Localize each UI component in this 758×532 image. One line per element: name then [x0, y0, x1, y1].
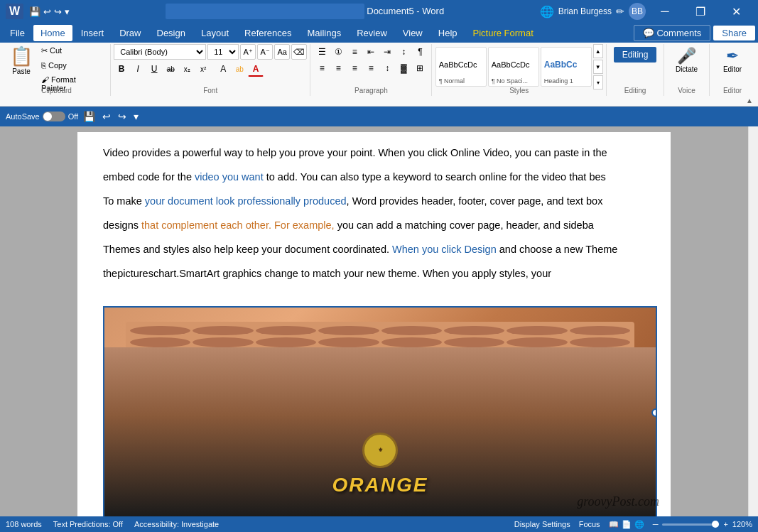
style-no-spacing[interactable]: AaBbCcDc ¶ No Spaci...	[488, 47, 539, 87]
align-center-button[interactable]: ≡	[330, 60, 346, 76]
save-icon[interactable]: 💾	[29, 6, 40, 17]
menu-home[interactable]: Home	[33, 25, 72, 41]
font-color-button[interactable]: A	[248, 61, 264, 77]
style-heading1[interactable]: AaBbCc Heading 1	[541, 47, 592, 87]
font-grow-button[interactable]: A⁺	[240, 44, 256, 60]
font-case-button[interactable]: Aa	[274, 44, 290, 60]
style-normal[interactable]: AaBbCcDc ¶ Normal	[435, 47, 487, 87]
paste-button[interactable]: 📋 Paste	[7, 44, 36, 77]
font-shrink-button[interactable]: A⁻	[257, 44, 273, 60]
align-left-button[interactable]: ≡	[314, 60, 330, 76]
title-search-input[interactable]	[166, 4, 364, 19]
watermark-text: groovyPost.com	[577, 494, 659, 509]
redo-qa-button[interactable]: ↪	[116, 109, 129, 124]
sort-button[interactable]: ↕	[396, 44, 411, 60]
document-image[interactable]: ⚜ ORANGE	[103, 306, 657, 516]
image-resize-handle[interactable]	[651, 408, 657, 417]
styles-scroll-down[interactable]: ▼	[593, 60, 603, 74]
ribbon-group-clipboard: 📋 Paste ✂ Cut ⎘ Copy 🖌 Format Painter Cl…	[3, 44, 111, 96]
shading-button[interactable]: ▓	[396, 60, 411, 76]
paragraph-1: Video provides a powerful way to help yo…	[103, 143, 645, 162]
focus-mode[interactable]: Focus	[579, 520, 600, 528]
autosave-toggle[interactable]	[43, 112, 65, 121]
comments-button[interactable]: 💬 Comments	[634, 25, 710, 41]
zoom-out-button[interactable]: ─	[653, 520, 659, 528]
styles-label: Styles	[432, 87, 606, 94]
word-count[interactable]: 108 words	[6, 520, 42, 528]
font-size-select[interactable]: 11	[207, 44, 239, 60]
copy-button[interactable]: ⎘ Copy	[38, 59, 104, 72]
restore-button[interactable]: ❐	[684, 0, 717, 23]
editor-icon: ✒	[726, 47, 739, 65]
bullets-button[interactable]: ☰	[314, 44, 330, 60]
multilevel-button[interactable]: ≡	[347, 44, 362, 60]
undo-qa-button[interactable]: ↩	[100, 109, 113, 124]
close-button[interactable]: ✕	[720, 0, 752, 23]
menu-review[interactable]: Review	[350, 25, 394, 41]
menu-design[interactable]: Design	[150, 25, 193, 41]
justify-button[interactable]: ≡	[363, 60, 379, 76]
highlight-color-button[interactable]: ab	[232, 61, 247, 77]
zoom-slider[interactable]	[662, 523, 719, 526]
text-effects-button[interactable]: A	[215, 61, 231, 77]
italic-button[interactable]: I	[130, 61, 146, 77]
more-tb-icon[interactable]: ▾	[65, 6, 70, 17]
print-layout-icon[interactable]: 📄	[622, 520, 632, 529]
numbering-button[interactable]: ①	[330, 44, 346, 60]
dictate-button[interactable]: 🎤 Dictate	[670, 44, 703, 76]
paragraph-2: embed code for the video you want to add…	[103, 168, 645, 186]
ribbon-group-editing: Editing Editing	[607, 44, 664, 96]
redo-tb-icon[interactable]: ↪	[54, 6, 62, 17]
web-layout-icon[interactable]: 🌐	[634, 520, 644, 529]
clear-format-button[interactable]: ⌫	[291, 44, 307, 60]
quick-access-icons: 💾 ↩ ↪ ▾	[29, 6, 70, 17]
menu-view[interactable]: View	[396, 25, 430, 41]
share-button[interactable]: Share	[713, 26, 755, 40]
show-marks-button[interactable]: ¶	[412, 44, 428, 60]
menu-references[interactable]: References	[237, 25, 298, 41]
editor-label: Editor	[723, 65, 742, 73]
status-bar: 108 words Text Predictions: Off Accessib…	[0, 516, 758, 532]
line-spacing-button[interactable]: ↕	[379, 60, 395, 76]
zoom-level[interactable]: 120%	[732, 520, 752, 528]
styles-scroll-up[interactable]: ▲	[593, 44, 603, 58]
menu-insert[interactable]: Insert	[74, 25, 112, 41]
editor-button[interactable]: ✒ Editor	[718, 44, 747, 76]
bold-button[interactable]: B	[114, 61, 129, 77]
zoom-in-button[interactable]: +	[723, 520, 727, 528]
menu-layout[interactable]: Layout	[194, 25, 236, 41]
minimize-button[interactable]: ─	[649, 0, 681, 23]
align-right-button[interactable]: ≡	[347, 60, 362, 76]
menu-help[interactable]: Help	[431, 25, 465, 41]
save-qa-button[interactable]: 💾	[81, 109, 97, 124]
vertical-scrollbar[interactable]	[748, 126, 758, 516]
menu-draw[interactable]: Draw	[112, 25, 148, 41]
underline-button[interactable]: U	[146, 61, 162, 77]
paragraph-5: Themes and styles also help keep your do…	[103, 240, 645, 259]
document-content: Video provides a powerful way to help yo…	[77, 132, 671, 300]
font-label: Font	[111, 87, 310, 94]
display-settings[interactable]: Display Settings	[514, 520, 570, 528]
menu-mailings[interactable]: Mailings	[301, 25, 349, 41]
font-family-select[interactable]: Calibri (Body)	[114, 44, 206, 60]
title-bar: W 💾 ↩ ↪ ▾ Document5 - Word 🌐 Brian Burge…	[0, 0, 758, 23]
more-qa-button[interactable]: ▾	[131, 109, 141, 124]
editing-mode-button[interactable]: Editing	[614, 47, 657, 63]
undo-tb-icon[interactable]: ↩	[43, 6, 51, 17]
indent-dec-button[interactable]: ⇤	[363, 44, 379, 60]
indent-inc-button[interactable]: ⇥	[379, 44, 395, 60]
subscript-button[interactable]: x₂	[179, 61, 195, 77]
strikethrough-button[interactable]: ab	[163, 61, 178, 77]
menu-file[interactable]: File	[3, 25, 32, 41]
superscript-button[interactable]: x²	[195, 61, 211, 77]
cut-button[interactable]: ✂ Cut	[38, 44, 104, 58]
read-mode-icon[interactable]: 📖	[609, 520, 619, 529]
document-area: Video provides a powerful way to help yo…	[0, 126, 748, 516]
document-page[interactable]: Video provides a powerful way to help yo…	[77, 132, 671, 516]
menu-picture-format[interactable]: Picture Format	[466, 25, 541, 41]
text-predictions[interactable]: Text Predictions: Off	[53, 520, 123, 528]
paragraph-4: designs that complement each other. For …	[103, 216, 645, 234]
borders-button[interactable]: ⊞	[412, 60, 428, 76]
accessibility-status[interactable]: Accessibility: Investigate	[134, 520, 219, 528]
ribbon-collapse-button[interactable]: ▲	[744, 94, 755, 106]
